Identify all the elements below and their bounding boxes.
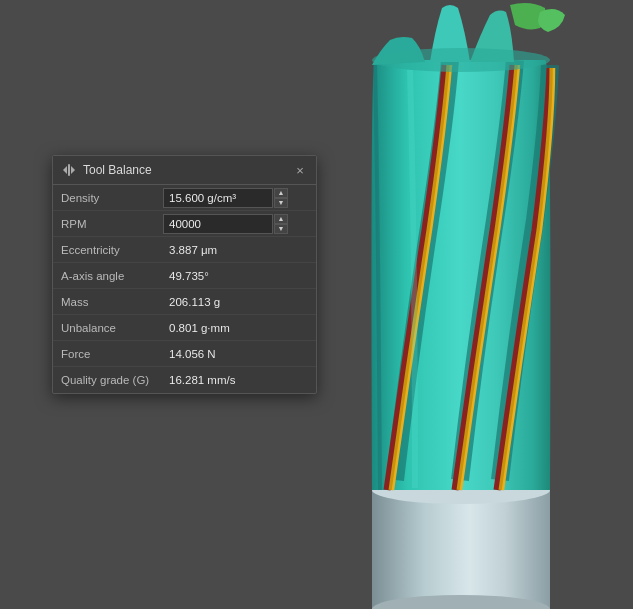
density-spinner: ▲ ▼: [274, 188, 288, 208]
density-up-button[interactable]: ▲: [274, 188, 288, 198]
rpm-up-button[interactable]: ▲: [274, 214, 288, 224]
svg-rect-2: [372, 490, 550, 609]
eccentricity-row: Eccentricity 3.887 μm: [53, 237, 316, 263]
eccentricity-value: 3.887 μm: [163, 240, 316, 260]
mass-row: Mass 206.113 g: [53, 289, 316, 315]
mass-value: 206.113 g: [163, 292, 316, 312]
quality-grade-label: Quality grade (G): [53, 370, 163, 390]
force-row: Force 14.056 N: [53, 341, 316, 367]
panel-header: Tool Balance ×: [53, 156, 316, 185]
a-axis-label: A-axis angle: [53, 266, 163, 286]
tool-balance-icon: [61, 163, 77, 177]
panel-header-left: Tool Balance: [61, 163, 152, 177]
panel-title: Tool Balance: [83, 163, 152, 177]
force-label: Force: [53, 344, 163, 364]
eccentricity-label: Eccentricity: [53, 240, 163, 260]
unbalance-row: Unbalance 0.801 g·mm: [53, 315, 316, 341]
rpm-down-button[interactable]: ▼: [274, 224, 288, 234]
rpm-input[interactable]: [163, 214, 273, 234]
force-value: 14.056 N: [163, 344, 316, 364]
density-row: Density ▲ ▼: [53, 185, 316, 211]
panel-body: Density ▲ ▼ RPM ▲ ▼ Eccentricity: [53, 185, 316, 393]
svg-point-5: [372, 48, 550, 72]
unbalance-label: Unbalance: [53, 318, 163, 338]
quality-grade-value: 16.281 mm/s: [163, 370, 316, 390]
a-axis-value: 49.735°: [163, 266, 316, 286]
density-label: Density: [53, 188, 163, 208]
tool-balance-panel: Tool Balance × Density ▲ ▼ RPM ▲ ▼: [52, 155, 317, 394]
a-axis-angle-row: A-axis angle 49.735°: [53, 263, 316, 289]
svg-rect-6: [68, 164, 70, 176]
close-button[interactable]: ×: [292, 162, 308, 178]
quality-grade-row: Quality grade (G) 16.281 mm/s: [53, 367, 316, 393]
rpm-spinner: ▲ ▼: [274, 214, 288, 234]
rpm-row: RPM ▲ ▼: [53, 211, 316, 237]
mass-label: Mass: [53, 292, 163, 312]
density-input[interactable]: [163, 188, 273, 208]
density-down-button[interactable]: ▼: [274, 198, 288, 208]
unbalance-value: 0.801 g·mm: [163, 318, 316, 338]
rpm-label: RPM: [53, 214, 163, 234]
density-input-group: ▲ ▼: [163, 188, 316, 208]
rpm-input-group: ▲ ▼: [163, 214, 316, 234]
